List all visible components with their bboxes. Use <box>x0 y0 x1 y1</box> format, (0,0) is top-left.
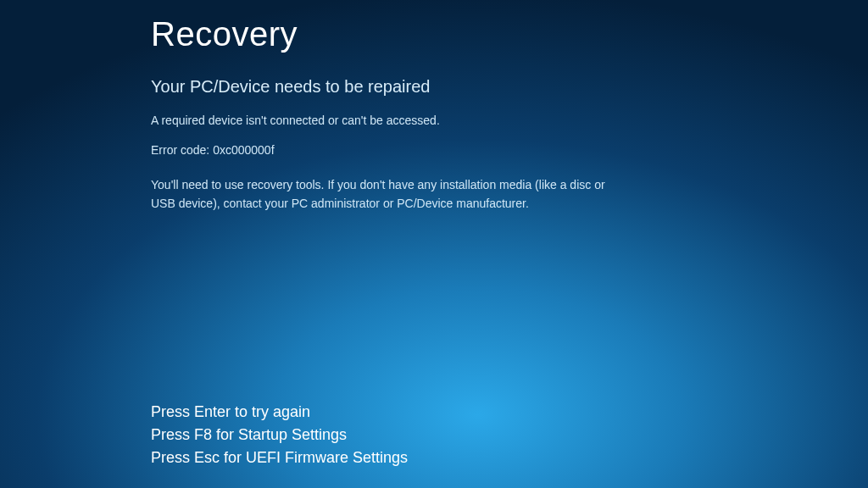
action-uefi-settings: Press Esc for UEFI Firmware Settings <box>151 446 408 469</box>
footer-actions: Press Enter to try again Press F8 for St… <box>151 401 408 469</box>
page-subtitle: Your PC/Device needs to be repaired <box>151 77 627 97</box>
error-code: Error code: 0xc000000f <box>151 143 627 157</box>
recovery-instructions: You'll need to use recovery tools. If yo… <box>151 175 627 214</box>
error-message: A required device isn't connected or can… <box>151 112 627 130</box>
page-title: Recovery <box>151 15 627 53</box>
recovery-content: Recovery Your PC/Device needs to be repa… <box>0 0 627 214</box>
action-startup-settings: Press F8 for Startup Settings <box>151 424 408 446</box>
action-retry: Press Enter to try again <box>151 401 408 424</box>
